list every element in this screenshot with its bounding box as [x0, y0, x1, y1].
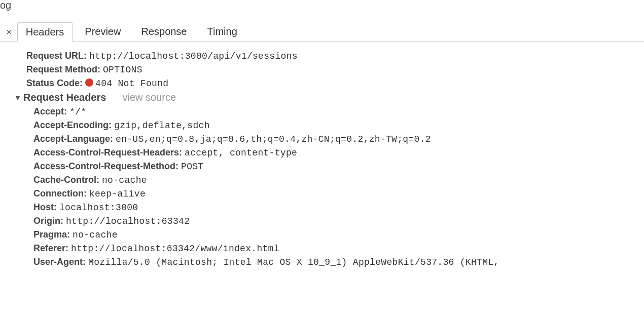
row-status-code: Status Code: 404 Not Found	[26, 78, 644, 89]
header-value: http://localhost:63342/www/index.html	[71, 244, 279, 254]
header-name: Accept-Language:	[33, 134, 113, 144]
header-row: Accept: */*	[33, 106, 644, 117]
tab-timing[interactable]: Timing	[199, 22, 245, 41]
value-request-method: OPTIONS	[103, 65, 142, 75]
row-request-method: Request Method: OPTIONS	[26, 64, 644, 75]
header-value: Mozilla/5.0 (Macintosh; Intel Mac OS X 1…	[88, 257, 499, 267]
headers-panel: Request URL: http://localhost:3000/api/v…	[0, 42, 644, 267]
header-name: Cache-Control:	[33, 175, 99, 185]
header-row: Access-Control-Request-Method: POST	[33, 161, 644, 172]
header-row: User-Agent: Mozilla/5.0 (Macintosh; Inte…	[33, 257, 644, 267]
header-value: accept, content-type	[185, 148, 297, 158]
tab-preview[interactable]: Preview	[77, 22, 129, 41]
header-value: POST	[181, 162, 203, 172]
header-name: Origin:	[33, 216, 63, 226]
header-row: Access-Control-Request-Headers: accept, …	[33, 147, 644, 158]
value-status-code: 404 Not Found	[95, 78, 168, 89]
label-status-code: Status Code:	[26, 78, 83, 88]
header-name: Connection:	[33, 188, 87, 199]
header-name: Access-Control-Request-Headers:	[33, 147, 182, 157]
tab-strip: × Headers Preview Response Timing	[0, 22, 644, 42]
header-row: Accept-Encoding: gzip,deflate,sdch	[33, 120, 644, 131]
request-headers-list: Accept: */* Accept-Encoding: gzip,deflat…	[26, 106, 644, 267]
status-dot-icon	[85, 78, 93, 87]
header-value: localhost:3000	[59, 203, 138, 213]
header-row: Host: localhost:3000	[33, 202, 644, 213]
header-name: Host:	[33, 202, 57, 212]
header-name: Accept-Encoding:	[33, 120, 112, 130]
header-name: Referer:	[33, 243, 68, 253]
request-headers-section-header[interactable]: ▼ Request Headers view source	[14, 92, 644, 103]
header-name: Accept:	[33, 106, 67, 116]
header-row: Pragma: no-cache	[33, 229, 644, 240]
tab-headers[interactable]: Headers	[17, 22, 73, 42]
header-row: Cache-Control: no-cache	[33, 175, 644, 185]
header-value: no-cache	[73, 230, 118, 240]
header-name: User-Agent:	[33, 257, 86, 267]
header-value: */*	[69, 107, 86, 117]
tab-response[interactable]: Response	[133, 22, 195, 41]
disclosure-triangle-icon[interactable]: ▼	[14, 94, 21, 102]
close-icon[interactable]: ×	[3, 27, 17, 37]
value-request-url: http://localhost:3000/api/v1/sessions	[89, 51, 298, 61]
header-row: Referer: http://localhost:63342/www/inde…	[33, 243, 644, 254]
header-value: en-US,en;q=0.8,ja;q=0.6,th;q=0.4,zh-CN;q…	[116, 134, 431, 144]
section-title-request-headers: Request Headers	[23, 92, 106, 103]
partial-text-fragment: og	[0, 0, 644, 10]
view-source-link[interactable]: view source	[122, 92, 176, 103]
header-name: Access-Control-Request-Method:	[33, 161, 178, 171]
label-request-url: Request URL:	[26, 51, 87, 61]
header-value: no-cache	[102, 175, 147, 185]
header-name: Pragma:	[33, 229, 70, 240]
header-value: gzip,deflate,sdch	[114, 121, 210, 131]
header-row: Origin: http://localhost:63342	[33, 216, 644, 226]
label-request-method: Request Method:	[26, 64, 100, 74]
header-row: Accept-Language: en-US,en;q=0.8,ja;q=0.6…	[33, 134, 644, 144]
row-request-url: Request URL: http://localhost:3000/api/v…	[26, 51, 644, 61]
header-value: http://localhost:63342	[66, 216, 190, 226]
header-value: keep-alive	[89, 189, 146, 199]
header-row: Connection: keep-alive	[33, 188, 644, 199]
